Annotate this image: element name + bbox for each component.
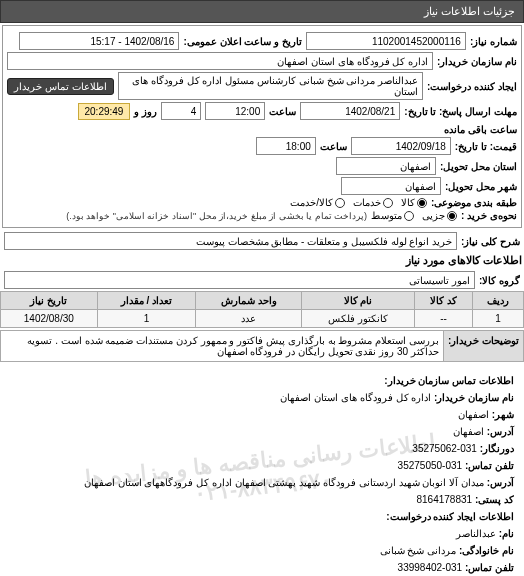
cell-row: 1 <box>473 310 524 328</box>
buyer-note-content: بررسی استعلام مشروط به بارگذاری پیش فاکت… <box>1 331 443 361</box>
contact-tel2: 031-33998402 <box>398 562 463 573</box>
contact-addr-label: آدرس: <box>487 426 514 437</box>
request-no-field: 1102001452000116 <box>306 32 466 50</box>
quote-date-field: 1402/09/18 <box>351 137 451 155</box>
cell-qty: 1 <box>97 310 196 328</box>
contact-family: مردانی شیخ شبانی <box>380 545 457 556</box>
creator-field: عبدالناصر مردانی شیخ شبانی کارشناس مسئول… <box>118 72 424 100</box>
purchase-radio-jozi[interactable]: جزیی <box>422 210 457 221</box>
contact-org-label: نام سازمان خریدار: <box>434 392 514 403</box>
contact-org: اداره کل فرودگاه های استان اصفهان <box>280 392 431 403</box>
deadline-date-field: 1402/08/21 <box>300 102 400 120</box>
contact-fax-label: دورنگار: <box>480 443 514 454</box>
city-field: اصفهان <box>341 177 441 195</box>
purchase-note: (پرداخت تمام یا بخشی از مبلغ خرید،از محل… <box>66 211 367 221</box>
group-label: گروه کالا: <box>479 275 520 286</box>
remain-time-field: 20:29:49 <box>78 103 131 120</box>
page-header: جزئیات اطلاعات نیاز <box>0 0 524 23</box>
announce-field: 1402/08/16 - 15:17 <box>19 32 179 50</box>
contact-city-label: شهر: <box>492 409 514 420</box>
remain-days-label: روز و <box>134 106 157 117</box>
city-label: شهر محل تحویل: <box>445 181 517 192</box>
contact-address2-label: آدرس: <box>487 477 514 488</box>
col-qty: تعداد / مقدار <box>97 292 196 310</box>
quote-to-label: قیمت: تا تاریخ: <box>455 141 517 152</box>
subject-field: خرید انواع لوله فلکسیبل و متعلقات - مطاب… <box>4 232 457 250</box>
cell-name: کانکتور فلکس <box>302 310 415 328</box>
package-label: طبقه بندی موضوعی: <box>431 197 517 208</box>
buyer-title-label: نام سازمان خریدار: <box>437 56 517 67</box>
province-label: استان محل تحویل: <box>440 161 517 172</box>
subject-label: شرح کلی نیاز: <box>461 236 520 247</box>
package-both-label: کالا/خدمت <box>290 197 333 208</box>
time-label-1: ساعت <box>269 106 296 117</box>
contact-postal: 8164178831 <box>416 494 472 505</box>
contact-tel-label: تلفن تماس: <box>465 460 514 471</box>
radio-icon <box>335 198 345 208</box>
request-no-label: شماره نیاز: <box>470 36 517 47</box>
table-header-row: ردیف کد کالا نام کالا واحد شمارش تعداد /… <box>1 292 524 310</box>
package-kala-label: کالا <box>401 197 415 208</box>
package-radio-kala[interactable]: کالا <box>401 197 427 208</box>
remain-days-field: 4 <box>161 102 201 120</box>
contact-title: اطلاعات تماس سازمان خریدار: <box>384 375 514 386</box>
purchase-motavaset-label: متوسط <box>371 210 402 221</box>
cell-date: 1402/08/30 <box>1 310 98 328</box>
group-field: امور تاسیساتی <box>4 271 475 289</box>
deadline-time-field: 12:00 <box>205 102 265 120</box>
cell-unit: عدد <box>196 310 302 328</box>
buyer-title-field: اداره کل فرودگاه های استان اصفهان <box>7 52 433 70</box>
package-radio-group: کالا خدمات کالا/خدمت <box>290 197 427 208</box>
radio-icon <box>447 211 457 221</box>
creator-label: ایجاد کننده درخواست: <box>427 81 517 92</box>
req-contact-title: اطلاعات ایجاد کننده درخواست: <box>386 511 514 522</box>
province-field: اصفهان <box>336 157 436 175</box>
goods-table: ردیف کد کالا نام کالا واحد شمارش تعداد /… <box>0 291 524 328</box>
purchase-radio-group: جزیی متوسط <box>371 210 457 221</box>
page-title: جزئیات اطلاعات نیاز <box>424 5 515 17</box>
contact-address2: میدان آلا انوبان شهید اردستانی فرودگاه ش… <box>84 477 484 488</box>
contact-postal-label: کد پستی: <box>475 494 514 505</box>
purchase-label: نحوه‌ی خرید : <box>461 210 517 221</box>
package-radio-khadamat[interactable]: خدمات <box>353 197 393 208</box>
time-label-2: ساعت <box>320 141 347 152</box>
col-unit: واحد شمارش <box>196 292 302 310</box>
buyer-note-label: توضیحات خریدار: <box>443 331 523 361</box>
buyer-note-row: توضیحات خریدار: بررسی استعلام مشروط به ب… <box>0 330 524 362</box>
col-code: کد کالا <box>414 292 473 310</box>
goods-section-title: اطلاعات کالاهای مورد نیاز <box>2 254 522 267</box>
contact-name-label: نام: <box>499 528 514 539</box>
contact-buyer-button[interactable]: اطلاعات تماس خریدار <box>7 78 114 95</box>
contact-section: اطلاعات رسانی مناقصه ها و مزایده ها ۰۲۱-… <box>0 362 524 576</box>
radio-icon <box>404 211 414 221</box>
radio-icon <box>383 198 393 208</box>
contact-family-label: نام خانوادگی: <box>459 545 514 556</box>
announce-label: تاریخ و ساعت اعلان عمومی: <box>183 36 301 47</box>
col-date: تاریخ نیاز <box>1 292 98 310</box>
form-section: شماره نیاز: 1102001452000116 تاریخ و ساع… <box>2 25 522 228</box>
radio-icon <box>417 198 427 208</box>
contact-name: عبدالناصر <box>456 528 496 539</box>
deadline-label: مهلت ارسال پاسخ: تا تاریخ: <box>404 106 517 117</box>
remain-suffix: ساعت باقی مانده <box>444 124 517 135</box>
contact-tel2-label: تلفن تماس: <box>465 562 514 573</box>
contact-fax: 031-35275062 <box>412 443 477 454</box>
quote-time-field: 18:00 <box>256 137 316 155</box>
col-row: ردیف <box>473 292 524 310</box>
package-radio-both[interactable]: کالا/خدمت <box>290 197 345 208</box>
table-row: 1 -- کانکتور فلکس عدد 1 1402/08/30 <box>1 310 524 328</box>
cell-code: -- <box>414 310 473 328</box>
col-name: نام کالا <box>302 292 415 310</box>
purchase-jozi-label: جزیی <box>422 210 445 221</box>
contact-tel: 031-35275050 <box>398 460 463 471</box>
package-khadamat-label: خدمات <box>353 197 381 208</box>
contact-city: اصفهان <box>458 409 489 420</box>
purchase-radio-motavaset[interactable]: متوسط <box>371 210 414 221</box>
contact-addr: اصفهان <box>453 426 484 437</box>
